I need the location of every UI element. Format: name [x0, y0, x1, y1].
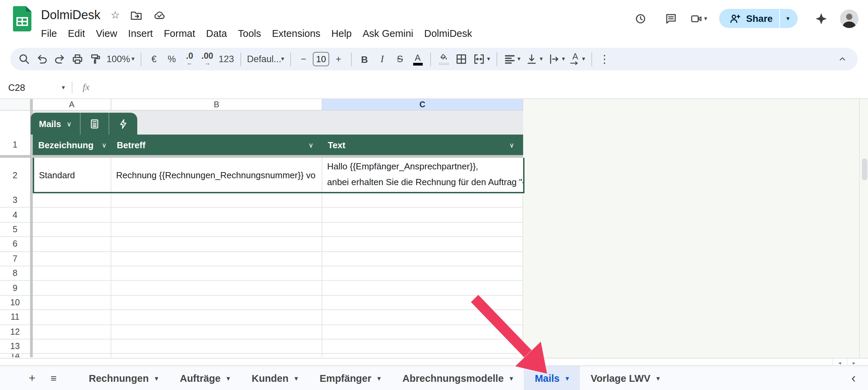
gemini-sparkle-icon[interactable] [809, 7, 832, 30]
cell[interactable] [111, 193, 322, 208]
sheet-tab[interactable]: Mails ▾ [524, 366, 580, 390]
cell[interactable] [322, 208, 523, 223]
text-wrap-button[interactable]: ▾ [545, 50, 567, 68]
cell[interactable] [322, 266, 523, 281]
paint-format-button[interactable] [87, 50, 104, 68]
table-column-betreff[interactable]: Betreff ∨ [111, 135, 322, 155]
row-number[interactable]: 6 [0, 237, 30, 252]
row-number[interactable]: 10 [0, 295, 30, 310]
scroll-right-icon[interactable]: ▸ [847, 359, 860, 367]
chevron-down-icon[interactable]: ∨ [102, 141, 107, 149]
search-icon[interactable] [16, 50, 33, 68]
row-number[interactable]: 5 [0, 223, 30, 237]
avatar[interactable] [840, 9, 858, 28]
menu-insert[interactable]: Insert [123, 26, 158, 41]
sheet-tab[interactable]: Kunden ▾ [241, 366, 309, 390]
horizontal-align-button[interactable]: ▾ [501, 50, 522, 68]
italic-button[interactable]: I [374, 50, 391, 68]
chevron-down-icon[interactable]: ∨ [308, 141, 313, 149]
name-box[interactable]: C28 ▾ [0, 82, 65, 93]
freeze-divider-vertical[interactable] [30, 99, 33, 111]
menu-file[interactable]: File [36, 26, 62, 41]
decrease-decimal-button[interactable]: .0← [181, 50, 198, 68]
menu-help[interactable]: Help [326, 26, 357, 41]
cell-a2[interactable]: Standard [34, 158, 111, 192]
cell[interactable] [33, 193, 111, 208]
scroll-left-icon[interactable]: ◂ [832, 359, 846, 367]
cell[interactable] [322, 281, 523, 296]
star-icon[interactable]: ☆ [111, 9, 120, 21]
cell[interactable] [33, 237, 111, 252]
caret-down-icon[interactable]: ▾ [62, 84, 65, 90]
menu-view[interactable]: View [90, 26, 123, 41]
share-dropdown[interactable]: ▾ [780, 15, 798, 22]
sheet-tab[interactable]: Aufträge ▾ [169, 366, 241, 390]
increase-decimal-button[interactable]: .00→ [199, 50, 216, 68]
cell[interactable] [111, 208, 322, 223]
cell[interactable] [322, 295, 523, 310]
document-title[interactable]: DolmiDesk [41, 8, 100, 22]
caret-down-icon[interactable]: ▾ [566, 375, 569, 381]
menu-edit[interactable]: Edit [62, 26, 90, 41]
menu-data[interactable]: Data [200, 26, 232, 41]
cell[interactable] [322, 354, 523, 358]
font-size-input[interactable]: 10 [313, 52, 329, 66]
menu-dolmidesk[interactable]: DolmiDesk [419, 26, 477, 41]
sheet-tab[interactable]: Abrechnungsmodelle ▾ [392, 366, 524, 390]
bold-button[interactable]: B [356, 50, 373, 68]
cell[interactable] [111, 310, 322, 325]
add-sheet-icon[interactable]: + [23, 366, 41, 390]
row-number[interactable]: 1 [0, 135, 30, 155]
cell[interactable] [322, 339, 523, 354]
cell[interactable] [111, 223, 322, 237]
share-button[interactable]: Share ▾ [719, 9, 798, 28]
merge-cells-button[interactable]: ▾ [471, 50, 492, 68]
fill-color-button[interactable] [435, 50, 452, 68]
text-rotation-button[interactable]: A ▾ [568, 50, 587, 68]
version-history-icon[interactable] [628, 7, 652, 30]
menu-tools[interactable]: Tools [233, 26, 267, 41]
cell[interactable] [111, 237, 322, 252]
row-number[interactable]: 2 [0, 158, 30, 193]
cell[interactable] [33, 281, 111, 296]
cell[interactable] [33, 354, 111, 358]
vertical-scrollbar-thumb[interactable] [862, 158, 867, 180]
cell[interactable] [322, 193, 523, 208]
cell[interactable] [111, 295, 322, 310]
borders-button[interactable] [453, 50, 470, 68]
cell[interactable] [111, 281, 322, 296]
row-number[interactable]: 8 [0, 266, 30, 281]
column-header-a[interactable]: A [33, 99, 111, 111]
cell[interactable] [322, 310, 523, 325]
zoom-select[interactable]: 100% ▾ [104, 50, 137, 68]
chevron-down-icon[interactable]: ∨ [509, 141, 514, 149]
cell[interactable] [111, 252, 322, 266]
sheet-tab[interactable]: Rechnungen ▾ [78, 366, 169, 390]
cloud-saved-icon[interactable] [153, 9, 166, 22]
caret-down-icon[interactable]: ▾ [657, 375, 660, 381]
row-number[interactable]: 14 [0, 354, 30, 358]
decrease-font-size-button[interactable]: − [295, 50, 312, 68]
all-sheets-icon[interactable]: ≡ [45, 366, 63, 390]
cell[interactable] [111, 266, 322, 281]
select-all-corner[interactable] [0, 99, 30, 111]
table-chip[interactable]: Mails ∨ [31, 113, 137, 135]
row-number[interactable]: 11 [0, 310, 30, 325]
caret-down-icon[interactable]: ▾ [155, 375, 158, 381]
cell[interactable] [322, 252, 523, 266]
cell[interactable] [322, 325, 523, 339]
menu-format[interactable]: Format [158, 26, 201, 41]
row-number[interactable]: 4 [0, 208, 30, 223]
cell[interactable] [33, 208, 111, 223]
cell-b2[interactable]: Rechnung {{Rechnungen_Rechnungsnummer}} … [111, 158, 322, 192]
menu-ask-gemini[interactable]: Ask Gemini [357, 26, 419, 41]
cell[interactable] [33, 252, 111, 266]
more-formats-button[interactable]: 123 [216, 50, 236, 68]
strikethrough-button[interactable]: S [391, 50, 408, 68]
cell[interactable] [33, 295, 111, 310]
vertical-align-button[interactable]: ▾ [523, 50, 545, 68]
text-color-button[interactable]: A [409, 50, 426, 68]
horizontal-scrollbar[interactable]: ◂ ▸ [0, 358, 868, 366]
sheet-tab[interactable]: Empfänger ▾ [309, 366, 392, 390]
cell[interactable] [33, 266, 111, 281]
